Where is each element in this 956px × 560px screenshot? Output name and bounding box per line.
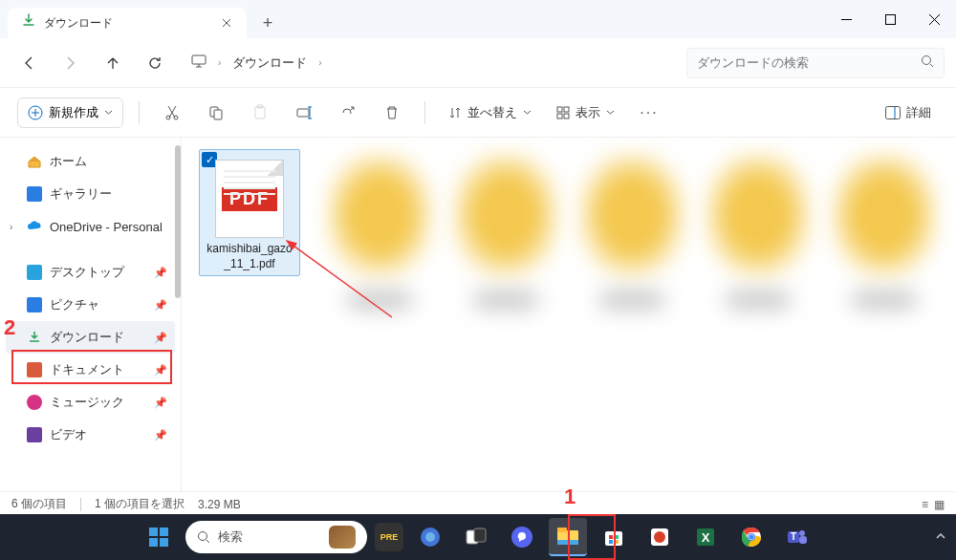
pictures-icon	[27, 297, 42, 312]
back-button[interactable]	[11, 46, 46, 80]
taskbar: 検索 PRE X T	[0, 514, 956, 560]
taskbar-app-teams[interactable]: T	[778, 518, 816, 556]
close-button[interactable]	[912, 0, 956, 38]
taskbar-app-copilot[interactable]	[411, 518, 449, 556]
tab-downloads[interactable]: ダウンロード	[8, 8, 247, 38]
minimize-button[interactable]	[824, 0, 868, 38]
svg-rect-17	[149, 528, 158, 536]
chevron-up-icon[interactable]	[935, 528, 946, 546]
pin-icon: 📌	[154, 429, 167, 442]
tab-title: ダウンロード	[44, 15, 212, 32]
sidebar-item-downloads[interactable]: ダウンロード 📌	[6, 321, 175, 354]
content-area[interactable]: ✓ PDF kamishibai_gazo_11_1.pdf	[182, 138, 956, 491]
taskbar-app-taskview[interactable]	[457, 518, 495, 556]
svg-rect-30	[605, 531, 622, 546]
maximize-button[interactable]	[868, 0, 912, 38]
share-button[interactable]	[331, 96, 365, 130]
taskbar-search[interactable]: 検索	[185, 521, 367, 553]
svg-point-2	[923, 55, 931, 64]
sidebar-item-music[interactable]: ミュージック 📌	[6, 386, 175, 419]
svg-point-42	[750, 535, 754, 540]
file-name: kamishibai_gazo_11_1.pdf	[204, 242, 295, 271]
taskbar-app-pre[interactable]: PRE	[375, 523, 403, 551]
taskbar-app-generic[interactable]	[641, 518, 679, 556]
view-button[interactable]: 表示	[549, 98, 622, 127]
taskbar-tray[interactable]	[935, 528, 946, 546]
svg-rect-19	[149, 538, 158, 547]
chevron-right-icon: ›	[318, 57, 321, 68]
sidebar-item-gallery[interactable]: ギャラリー	[6, 178, 175, 210]
status-bar: 6 個の項目 1 個の項目を選択 3.29 MB ≡ ▦	[0, 491, 956, 516]
sidebar-item-documents[interactable]: ドキュメント 📌	[6, 354, 175, 386]
file-item-pdf[interactable]: ✓ PDF kamishibai_gazo_11_1.pdf	[199, 149, 300, 276]
sort-button[interactable]: 並べ替え	[441, 98, 539, 127]
svg-rect-0	[885, 14, 895, 24]
gallery-icon	[27, 186, 42, 202]
start-button[interactable]	[140, 518, 178, 556]
svg-point-21	[199, 532, 207, 541]
chevron-down-icon	[523, 108, 532, 117]
close-icon[interactable]	[220, 16, 233, 30]
grid-view-icon[interactable]: ▦	[934, 498, 945, 511]
svg-rect-32	[615, 535, 619, 539]
copy-button[interactable]	[199, 96, 233, 130]
chevron-right-icon[interactable]: ›	[10, 222, 12, 232]
svg-rect-29	[557, 540, 578, 545]
svg-point-45	[799, 530, 805, 536]
cut-button[interactable]	[155, 96, 189, 130]
forward-button[interactable]	[54, 46, 88, 80]
new-button[interactable]: 新規作成	[17, 97, 123, 128]
svg-rect-13	[557, 114, 562, 118]
sidebar-item-desktop[interactable]: デスクトップ 📌	[6, 256, 175, 289]
svg-rect-1	[192, 55, 206, 64]
search-badge	[329, 526, 356, 549]
taskbar-app-store[interactable]	[595, 518, 633, 556]
pin-icon: 📌	[154, 267, 167, 279]
status-size: 3.29 MB	[198, 498, 241, 511]
monitor-icon	[191, 54, 206, 72]
svg-text:X: X	[702, 530, 710, 545]
search-box[interactable]	[686, 48, 945, 78]
sidebar-item-onedrive[interactable]: › OneDrive - Personal	[6, 210, 175, 243]
details-pane-button[interactable]: 詳細	[878, 98, 939, 127]
videos-icon	[27, 427, 42, 442]
svg-rect-25	[474, 528, 486, 542]
blurred-items	[327, 153, 937, 277]
scrollbar[interactable]	[175, 145, 181, 298]
sidebar-item-videos[interactable]: ビデオ 📌	[6, 419, 175, 451]
breadcrumb-location[interactable]: ダウンロード	[232, 54, 307, 72]
search-input[interactable]	[697, 55, 913, 70]
pin-icon: 📌	[154, 364, 167, 377]
rename-button[interactable]	[287, 96, 321, 130]
more-button[interactable]: ···	[632, 96, 666, 130]
details-view-icon[interactable]: ≡	[922, 498, 928, 511]
taskbar-app-chat[interactable]	[503, 518, 541, 556]
desktop-icon	[27, 265, 42, 280]
sidebar-item-pictures[interactable]: ピクチャ 📌	[6, 289, 175, 321]
titlebar: ダウンロード +	[0, 0, 956, 38]
refresh-button[interactable]	[138, 46, 172, 80]
taskbar-app-chrome[interactable]	[732, 518, 771, 556]
svg-rect-28	[557, 528, 567, 532]
svg-rect-34	[615, 540, 619, 544]
taskbar-app-explorer[interactable]	[549, 518, 587, 556]
sidebar-item-home[interactable]: ホーム	[6, 145, 175, 178]
pin-icon: 📌	[154, 299, 167, 312]
search-icon	[197, 530, 210, 544]
cloud-icon	[27, 219, 42, 234]
svg-text:T: T	[791, 531, 796, 542]
taskbar-app-excel[interactable]: X	[686, 518, 725, 556]
breadcrumb[interactable]: › ダウンロード ›	[180, 48, 679, 78]
svg-rect-12	[564, 107, 569, 112]
svg-rect-33	[609, 540, 613, 544]
up-button[interactable]	[96, 46, 130, 80]
status-selected: 1 個の項目を選択	[95, 496, 185, 512]
toolbar: 新規作成 並べ替え 表示 ··· 詳細	[0, 88, 956, 138]
svg-rect-18	[160, 528, 168, 536]
delete-button[interactable]	[375, 96, 409, 130]
pin-icon: 📌	[154, 332, 167, 344]
paste-button[interactable]	[243, 96, 277, 130]
new-tab-button[interactable]: +	[252, 8, 283, 38]
chevron-down-icon	[104, 108, 113, 117]
svg-rect-46	[799, 536, 807, 544]
